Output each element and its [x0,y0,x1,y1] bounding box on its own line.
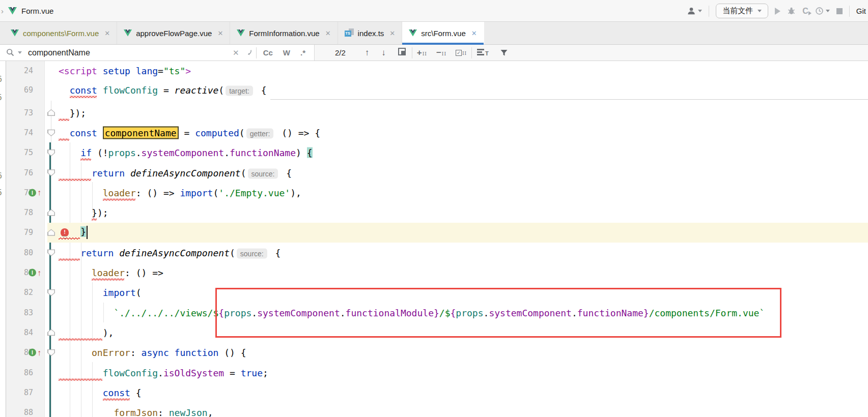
text-cursor [87,226,88,239]
implemented-gutter-icon[interactable]: I↑ [29,349,41,356]
line-number: 87 [0,388,39,397]
clipped-line-number: 6 [0,75,5,84]
code-line-79[interactable]: 79! } [0,223,868,243]
code-line-78[interactable]: 78 }); [0,202,868,222]
search-magnifier-icon[interactable] [6,48,15,57]
code-text: formJson: newJson, [59,407,213,417]
line-number: 24 [0,66,39,75]
breadcrumb-chevron-icon: › [1,7,4,15]
profiler-clock-icon [815,7,824,15]
title-bar: › Form.vue 当前文件 C Git [0,0,868,22]
run-configuration-label: 当前文件 [722,6,753,16]
line-number: 75 [0,148,39,157]
run-configuration-select[interactable]: 当前文件 [716,4,768,18]
fold-marker-icon[interactable] [47,109,55,116]
code-line-69[interactable]: 69 const flowConfig = reactive(target: { [0,80,868,100]
window-file-title: Form.vue [21,7,53,15]
current-line-highlight [47,223,868,243]
line-number: 69 [0,85,39,95]
prev-match-icon[interactable]: ↑ [359,48,376,58]
annotation-red-rectangle [215,288,781,338]
user-profile-button[interactable] [687,7,702,15]
tab-src-form.vue[interactable]: src\Form.vue✕ [402,22,484,44]
implemented-gutter-icon[interactable]: I↑ [29,269,41,277]
filter-lines-icon[interactable]: T [472,49,494,56]
fold-marker-icon[interactable] [47,249,55,256]
debug-bug-icon[interactable] [787,7,796,15]
tab-label: FormInformation.vue [249,29,319,38]
tab-components-form.vue[interactable]: components\Form.vue✕ [4,22,117,44]
match-case-toggle[interactable]: Cc [260,48,276,57]
remove-occurrence-icon[interactable]: −II [432,49,451,56]
search-results-count: 2/2 [335,48,346,57]
vue-logo-icon [124,29,132,37]
add-occurrence-icon[interactable]: +II [412,49,432,56]
profiler-button[interactable] [815,7,830,15]
regex-toggle[interactable]: .* [297,48,309,57]
code-line-88[interactable]: 88 formJson: newJson, [0,402,868,417]
tab-close-icon[interactable]: ✕ [471,29,477,37]
tab-approveflowpage.vue[interactable]: approveFlowPage.vue✕ [117,22,230,44]
code-lines: 73 });74 const componentName = computed(… [0,103,868,417]
code-line-74[interactable]: 74 const componentName = computed(getter… [0,123,868,142]
code-line-77[interactable]: 77I↑ loader: () => import('./Empty.vue')… [0,183,868,202]
code-text: }); [59,207,108,218]
code-text: flowConfig.isOldSystem = true; [59,367,268,378]
code-line-73[interactable]: 73 }); [0,103,868,123]
code-line-75[interactable]: 75 if (!props.systemComponent.functionNa… [0,143,868,163]
code-line-87[interactable]: 87 const { [0,382,868,402]
tab-close-icon[interactable]: ✕ [104,29,110,37]
tab-close-icon[interactable]: ✕ [217,29,223,37]
fold-marker-icon[interactable] [47,289,55,296]
fold-marker-icon[interactable] [47,149,55,156]
fold-marker-icon[interactable] [47,129,55,136]
line-number: 80 [0,248,39,257]
search-query-text[interactable]: componentName [28,48,90,57]
coverage-icon[interactable]: C [802,7,808,16]
newline-arrow-icon[interactable] [245,49,253,56]
search-input[interactable]: componentName ✕ Cc W .* [0,45,315,61]
tab-forminformation.vue[interactable]: FormInformation.vue✕ [230,22,338,44]
tab-close-icon[interactable]: ✕ [389,29,395,37]
tab-label: src\Form.vue [421,29,466,38]
implemented-gutter-icon[interactable]: I↑ [29,189,41,196]
user-icon [687,7,696,15]
code-line-80[interactable]: 80 return defineAsyncComponent(source: { [0,243,868,262]
fold-marker-icon[interactable] [47,349,55,356]
run-icon[interactable] [775,8,780,15]
tab-close-icon[interactable]: ✕ [325,29,331,37]
fold-marker-icon[interactable] [47,329,55,336]
fold-marker-icon[interactable] [47,209,55,216]
code-line-81[interactable]: 81I↑ loader: () => [0,262,868,282]
chevron-down-icon [758,10,762,12]
code-line-85[interactable]: 85I↑ onError: async function () { [0,343,868,363]
tab-label: approveFlowPage.vue [136,29,212,38]
sticky-lines-panel: 24<script setup lang="ts">69 const flowC… [0,61,868,100]
line-number: 86 [0,368,39,377]
code-line-86[interactable]: 86 flowConfig.isOldSystem = true; [0,363,868,382]
tab-label: index.ts [358,29,384,38]
clear-search-icon[interactable]: ✕ [230,48,242,57]
toolbar-divider [849,6,850,17]
line-number: 79 [0,228,39,237]
line-number: 83 [0,308,39,317]
code-line-24[interactable]: 24<script setup lang="ts"> [0,61,868,80]
stop-icon[interactable] [836,8,843,14]
tab-index.ts[interactable]: TSindex.ts✕ [338,22,403,44]
select-all-occurrences-icon[interactable]: ✓II [451,50,471,56]
next-match-icon[interactable]: ↓ [375,48,392,58]
fold-marker-icon[interactable] [47,229,55,236]
code-text: } [59,226,88,239]
code-line-76[interactable]: 76 return defineAsyncComponent(source: { [0,163,868,183]
fold-marker-icon[interactable] [47,169,55,176]
funnel-filter-icon[interactable] [494,49,514,56]
git-menu-label[interactable]: Git [856,7,866,15]
code-text: <script setup lang="ts"> [59,66,191,76]
clipped-line-number: 5 [0,93,5,102]
find-in-selection-icon[interactable] [392,48,412,58]
line-number: 84 [0,328,39,337]
search-history-icon[interactable] [18,51,22,54]
code-editor[interactable]: 24<script setup lang="ts">69 const flowC… [0,61,868,417]
whole-words-toggle[interactable]: W [279,48,294,57]
tab-label: components\Form.vue [23,29,99,38]
